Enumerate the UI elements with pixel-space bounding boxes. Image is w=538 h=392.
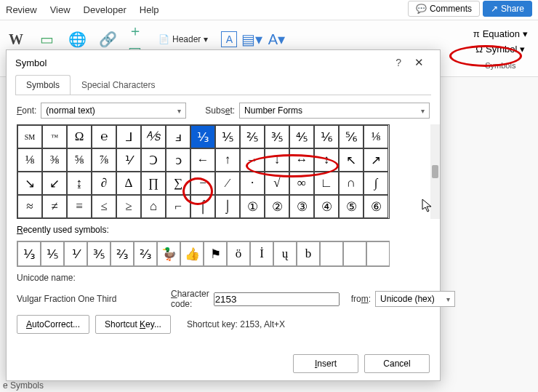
symbol-cell[interactable]: ⅃ <box>116 125 141 148</box>
quickparts-icon[interactable]: ▤▾ <box>241 29 262 49</box>
symbol-cell[interactable]: ∑ <box>166 172 190 195</box>
symbol-cell[interactable]: ⌠ <box>190 195 215 218</box>
symbol-cell[interactable]: ① <box>240 195 265 218</box>
wordart-icon[interactable]: A▾ <box>266 29 286 49</box>
comments-button[interactable]: 💬 Comments <box>408 1 480 17</box>
symbol-cell[interactable]: ⅘ <box>289 125 314 148</box>
subset-combo[interactable]: Number Forms ▾ <box>239 103 430 119</box>
recent-cell[interactable] <box>343 241 366 266</box>
symbol-cell[interactable]: ℮ <box>92 125 116 148</box>
symbol-cell[interactable]: ⌐ <box>166 195 190 218</box>
symbol-cell[interactable]: ↓ <box>265 148 289 172</box>
symbol-button[interactable]: Ω Symbol ▾ <box>471 41 529 57</box>
recent-grid[interactable]: ⅓⅕⅟⅗⅔⅔🦆👍⚑öİųb <box>17 241 390 267</box>
share-button[interactable]: ↗ Share <box>483 1 532 17</box>
menu-help[interactable]: Help <box>140 4 159 15</box>
recent-cell[interactable]: b <box>297 241 320 266</box>
symbol-cell[interactable]: ↑ <box>215 148 240 172</box>
symbol-cell[interactable]: ↘ <box>17 172 42 195</box>
symbol-cell[interactable]: ⅞ <box>92 148 116 172</box>
symbol-cell[interactable]: ↕ <box>314 148 339 172</box>
menu-view[interactable]: View <box>50 4 71 15</box>
symbol-cell[interactable]: ⅕ <box>215 125 240 148</box>
header-dropdown[interactable]: 📄 Header ▾ <box>158 34 208 44</box>
symbol-cell[interactable]: ⑤ <box>339 195 364 218</box>
symbol-grid[interactable]: SM™Ω℮⅃⅍ⅎ⅓⅕⅖⅗⅘⅙⅚⅛⅛⅜⅝⅞⅟Ↄↄ←↑→↓↔↕↖↗↘↙↨∂∆∏∑−∕… <box>17 124 390 219</box>
symbol-cell[interactable]: ⅟ <box>116 148 141 172</box>
symbol-cell[interactable]: ≤ <box>92 195 116 218</box>
textbox-icon[interactable]: A <box>221 31 237 47</box>
symbol-cell[interactable]: ↨ <box>67 172 92 195</box>
menu-developer[interactable]: Developer <box>84 4 127 15</box>
shortcut-key-button[interactable]: Shortcut Key... <box>95 315 171 334</box>
symbol-cell[interactable]: ∟ <box>314 172 339 195</box>
recent-cell[interactable]: ö <box>227 241 250 266</box>
symbol-cell[interactable]: ⅍ <box>141 125 166 148</box>
video-icon[interactable]: ▭ <box>36 29 57 49</box>
symbol-cell[interactable]: ⅜ <box>42 148 67 172</box>
symbol-cell[interactable]: ∞ <box>289 172 314 195</box>
from-combo[interactable]: Unicode (hex) ▾ <box>375 291 455 307</box>
symbol-cell[interactable]: ② <box>265 195 289 218</box>
insert-button[interactable]: Insert <box>293 354 358 373</box>
symbol-cell[interactable]: Ↄ <box>141 148 166 172</box>
symbol-cell[interactable]: ∙ <box>240 172 265 195</box>
symbol-cell[interactable]: ∆ <box>116 172 141 195</box>
recent-cell[interactable] <box>320 241 343 266</box>
symbol-cell[interactable]: ⅛ <box>17 148 42 172</box>
autocorrect-button[interactable]: AutoCorrect... <box>17 315 89 334</box>
recent-cell[interactable]: ⅓ <box>17 241 41 266</box>
symbol-cell[interactable]: ⅛ <box>364 125 388 148</box>
wikipedia-icon[interactable]: W <box>6 29 26 49</box>
symbol-cell[interactable]: ⅗ <box>265 125 289 148</box>
link-icon[interactable]: 🔗 <box>97 29 118 49</box>
recent-cell[interactable]: ⅗ <box>87 241 111 266</box>
symbol-cell[interactable]: SM <box>17 125 42 148</box>
symbol-cell[interactable]: ④ <box>314 195 339 218</box>
symbol-cell[interactable]: ⅚ <box>339 125 364 148</box>
recent-cell[interactable]: ⚑ <box>204 241 227 266</box>
symbol-cell[interactable]: ≡ <box>67 195 92 218</box>
symbol-cell[interactable]: √ <box>265 172 289 195</box>
symbol-cell[interactable]: ↖ <box>339 148 364 172</box>
symbol-cell[interactable]: ↔ <box>289 148 314 172</box>
close-button[interactable]: ✕ <box>407 53 431 72</box>
symbol-cell[interactable]: ≥ <box>116 195 141 218</box>
char-code-input[interactable] <box>214 292 340 306</box>
symbol-cell[interactable]: ∫ <box>364 172 388 195</box>
equation-button[interactable]: π Equation ▾ <box>469 26 532 41</box>
help-button[interactable]: ? <box>390 54 407 71</box>
symbol-cell[interactable]: − <box>190 172 215 195</box>
globe-icon[interactable]: 🌐 <box>67 29 87 49</box>
symbol-cell[interactable]: ⑥ <box>364 195 388 218</box>
symbol-cell[interactable]: ≈ <box>17 195 42 218</box>
symbol-cell[interactable]: Ω <box>67 125 92 148</box>
tab-symbols[interactable]: Symbols <box>15 75 71 95</box>
scrollbar-thumb[interactable] <box>432 165 438 178</box>
symbol-cell[interactable]: ↗ <box>364 148 388 172</box>
recent-cell[interactable]: ⅟ <box>64 241 87 266</box>
symbol-cell[interactable]: ™ <box>42 125 67 148</box>
symbol-cell[interactable]: ∩ <box>339 172 364 195</box>
menu-review[interactable]: Review <box>6 4 37 15</box>
symbol-cell[interactable]: ⌡ <box>215 195 240 218</box>
symbol-cell[interactable]: ∏ <box>141 172 166 195</box>
recent-cell[interactable]: ⅔ <box>111 241 134 266</box>
symbol-cell[interactable]: ⅝ <box>67 148 92 172</box>
recent-cell[interactable]: ⅔ <box>134 241 157 266</box>
cancel-button[interactable]: Cancel <box>364 354 430 373</box>
recent-cell[interactable]: 🦆 <box>157 241 180 266</box>
symbol-cell[interactable]: → <box>240 148 265 172</box>
symbol-cell[interactable]: ∕ <box>215 172 240 195</box>
symbol-cell[interactable]: ∂ <box>92 172 116 195</box>
comment-new-icon[interactable]: ＋▭ <box>128 29 148 49</box>
symbol-cell[interactable]: ③ <box>289 195 314 218</box>
symbol-cell[interactable]: ⅙ <box>314 125 339 148</box>
recent-cell[interactable]: 👍 <box>180 241 204 266</box>
recent-cell[interactable]: ų <box>273 241 297 266</box>
symbol-cell[interactable]: ⌂ <box>141 195 166 218</box>
font-combo[interactable]: (normal text) ▾ <box>41 103 186 119</box>
symbol-cell[interactable]: ↙ <box>42 172 67 195</box>
symbol-cell[interactable]: ≠ <box>42 195 67 218</box>
symbol-cell[interactable]: ⅖ <box>240 125 265 148</box>
